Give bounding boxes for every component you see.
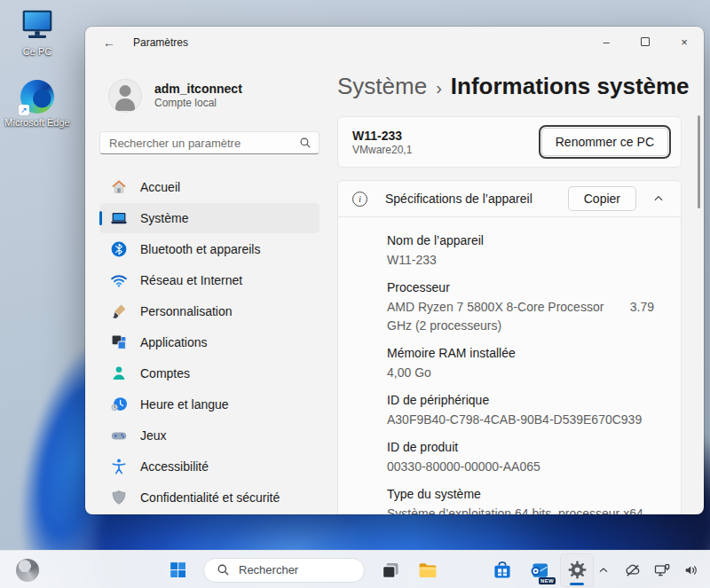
device-specs-card: i Spécifications de l’appareil Copier No…	[337, 180, 682, 514]
taskbar-center: Rechercher NEW	[161, 551, 594, 588]
sidebar-item-bluetooth[interactable]: Bluetooth et appareils	[99, 234, 320, 264]
new-badge: NEW	[539, 577, 556, 584]
spec-row-label: Type du système	[387, 485, 654, 504]
accounts-icon	[110, 365, 128, 382]
widgets-button[interactable]	[11, 553, 44, 587]
sidebar-item-label: Réseau et Internet	[140, 273, 242, 287]
sidebar-nav: AccueilSystèmeBluetooth et appareilsRése…	[99, 172, 320, 514]
system-icon	[110, 209, 128, 227]
taskbar-app-file-explorer[interactable]	[411, 553, 445, 587]
shortcut-arrow-icon: ↗	[19, 105, 29, 115]
spec-row-label: Processeur	[387, 278, 654, 297]
sidebar-item-label: Accessibilité	[140, 459, 209, 474]
spec-row-value: 4,00 Go	[387, 364, 654, 382]
taskbar-app-edge[interactable]	[448, 553, 482, 587]
desktop-icon-edge[interactable]: ↗ Microsoft Edge	[4, 80, 71, 128]
taskbar-app-microsoft-store[interactable]	[485, 553, 519, 587]
back-button[interactable]: ←	[96, 32, 122, 53]
tray-network-button[interactable]	[651, 557, 674, 584]
sidebar-item-applications[interactable]: Applications	[99, 327, 320, 357]
task-view-icon	[380, 560, 401, 581]
sidebar-item-confidentialite[interactable]: Confidentialité et sécurité	[99, 482, 320, 513]
desktop-icon-label: Microsoft Edge	[4, 117, 69, 128]
system-tray	[592, 551, 703, 588]
chevron-up-icon	[596, 563, 611, 577]
volume-icon	[682, 561, 700, 579]
taskbar-search[interactable]: Rechercher	[203, 558, 365, 583]
content: Système › Informations système W11-233 V…	[337, 59, 682, 514]
sidebar-item-label: Confidentialité et sécurité	[140, 490, 280, 505]
start-button[interactable]	[161, 553, 194, 587]
sidebar-item-label: Jeux	[140, 428, 167, 443]
widgets-icon	[16, 559, 39, 582]
breadcrumb-separator-icon: ›	[436, 78, 442, 98]
desktop-icon-this-pc[interactable]: Ce PC	[4, 7, 71, 57]
microsoft-store-icon	[492, 560, 513, 581]
sidebar-item-systeme[interactable]: Système	[99, 203, 320, 233]
spec-row-label: Nom de l’appareil	[387, 231, 654, 250]
personalization-icon	[110, 302, 128, 320]
copy-button[interactable]: Copier	[568, 186, 636, 211]
tray-volume-button[interactable]	[680, 557, 703, 584]
taskbar-app-settings[interactable]	[560, 553, 594, 587]
account-name: adm_itconnect	[154, 82, 242, 97]
device-model: VMware20,1	[352, 144, 412, 157]
home-icon	[110, 178, 128, 196]
titlebar: ← Paramètres – ×	[85, 27, 704, 59]
maximize-button[interactable]	[626, 27, 665, 57]
tray-hidden-icons-button[interactable]	[592, 557, 615, 584]
privacy-icon	[110, 489, 128, 506]
scrollbar[interactable]	[698, 115, 700, 208]
sidebar-item-accueil[interactable]: Accueil	[99, 172, 320, 202]
specs-body: Nom de l’appareilW11-233ProcesseurAMD Ry…	[338, 217, 681, 514]
settings-search-input[interactable]: Rechercher un paramètre	[99, 131, 320, 154]
search-icon	[217, 563, 230, 576]
window-title: Paramètres	[133, 36, 188, 49]
sidebar-item-heure-langue[interactable]: Heure et langue	[99, 389, 320, 419]
search-placeholder: Rechercher un paramètre	[109, 137, 299, 150]
bluetooth-icon	[110, 240, 128, 258]
breadcrumb-parent[interactable]: Système	[337, 73, 427, 100]
specs-title: Spécifications de l’appareil	[385, 192, 532, 206]
sidebar-item-label: Personnalisation	[140, 304, 233, 318]
spec-row-value: A30F9B40-C798-4CAB-90B4-D539E670C939	[387, 411, 654, 429]
sidebar-item-jeux[interactable]: Jeux	[99, 420, 320, 451]
sidebar-item-reseau[interactable]: Réseau et Internet	[99, 265, 320, 295]
taskbar: Rechercher NEW	[0, 550, 710, 588]
taskbar-search-label: Rechercher	[239, 563, 298, 576]
sidebar: adm_itconnect Compte local Rechercher un…	[99, 69, 320, 514]
spec-row-value: W11-233	[387, 251, 654, 270]
this-pc-icon	[18, 7, 57, 43]
account-card[interactable]: adm_itconnect Compte local	[99, 69, 320, 122]
gaming-icon	[110, 427, 128, 444]
device-name: W11-233	[352, 128, 412, 144]
spec-row-label: ID de produit	[387, 438, 654, 457]
spec-row-label: ID de périphérique	[387, 391, 654, 410]
taskbar-app-outlook[interactable]: NEW	[523, 553, 556, 587]
sidebar-item-label: Comptes	[140, 366, 190, 380]
chevron-up-icon[interactable]	[649, 192, 668, 205]
network-icon	[110, 271, 128, 289]
sidebar-item-label: Heure et langue	[140, 397, 229, 412]
spec-row-value: 00330-80000-00000-AA065	[387, 458, 654, 476]
sidebar-item-accessibilite[interactable]: Accessibilité	[99, 451, 320, 482]
breadcrumb: Système › Informations système	[337, 73, 682, 100]
rename-pc-button[interactable]: Renommer ce PC	[541, 128, 668, 156]
settings-window: ← Paramètres – × adm_itconnect Compte lo…	[85, 27, 704, 514]
device-card: W11-233 VMware20,1 Renommer ce PC	[337, 116, 682, 168]
apps-icon	[110, 333, 128, 351]
network-tray-icon	[653, 561, 671, 579]
minimize-button[interactable]: –	[587, 27, 626, 57]
spec-row-value: GHz (2 processeurs)	[387, 317, 654, 335]
avatar	[108, 79, 142, 113]
selected-indicator	[99, 211, 102, 225]
sidebar-item-personnalisation[interactable]: Personnalisation	[99, 296, 320, 326]
tray-onedrive-button[interactable]	[621, 557, 644, 584]
specs-header[interactable]: i Spécifications de l’appareil Copier	[338, 181, 681, 216]
start-icon	[169, 561, 187, 579]
taskbar-app-task-view[interactable]	[374, 553, 407, 587]
sidebar-item-comptes[interactable]: Comptes	[99, 358, 320, 388]
close-button[interactable]: ×	[665, 27, 704, 57]
settings-gear-icon	[567, 560, 588, 580]
file-explorer-icon	[417, 560, 438, 581]
